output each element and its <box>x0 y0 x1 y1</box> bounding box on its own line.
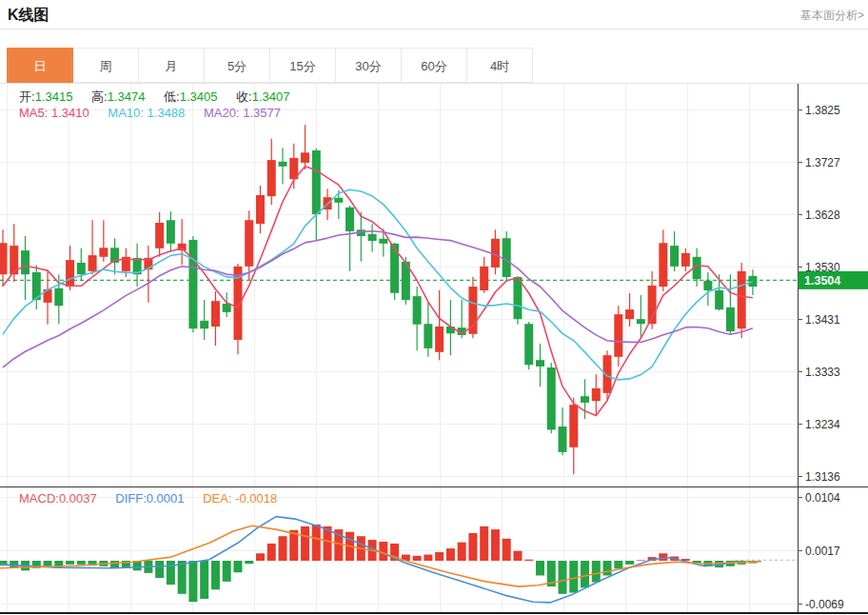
page-title: K线图 <box>8 6 49 26</box>
last-price-tag: 1.3504 <box>804 274 840 288</box>
kline-chart-canvas[interactable]: 1.38251.37271.36281.35301.34311.33331.32… <box>0 84 868 615</box>
title-divider <box>0 29 868 30</box>
ma10-label: MA10: <box>108 106 144 120</box>
svg-text:1.3333: 1.3333 <box>805 366 840 379</box>
macd-legend: MACD:0.0037 DIFF:0.0001 DEA: -0.0018 <box>19 491 292 506</box>
ma-legend: MA5: 1.3410 MA10: 1.3488 MA20: 1.3577 <box>19 106 296 120</box>
tab-15min[interactable]: 15分 <box>269 48 336 83</box>
kline-chart[interactable]: 1.38251.37271.36281.35301.34311.33331.32… <box>0 84 868 615</box>
close-value: 1.3407 <box>252 89 290 104</box>
ma5-label: MA5: <box>19 106 48 120</box>
ma5-value: 1.3410 <box>51 106 89 120</box>
ma20-label: MA20: <box>204 106 240 120</box>
open-value: 1.3415 <box>35 89 73 104</box>
svg-text:1.3431: 1.3431 <box>805 313 840 327</box>
low-label: 低: <box>164 89 180 104</box>
ma20-value: 1.3577 <box>243 106 281 120</box>
dea-value: -0.0018 <box>235 491 277 506</box>
svg-text:1.3628: 1.3628 <box>805 208 840 222</box>
svg-text:1.3825: 1.3825 <box>805 104 840 117</box>
ma10-value: 1.3488 <box>148 106 186 120</box>
tab-60min[interactable]: 60分 <box>401 48 467 83</box>
close-label: 收: <box>236 89 252 104</box>
svg-text:1.3234: 1.3234 <box>805 418 840 431</box>
tab-week[interactable]: 周 <box>72 48 139 83</box>
ohlc-legend: 开:1.3415 高:1.3474 低:1.3405 收:1.3407 <box>19 89 305 106</box>
svg-text:0.0104: 0.0104 <box>805 491 840 505</box>
svg-text:-0.0069: -0.0069 <box>805 598 844 611</box>
diff-value: 0.0001 <box>147 491 185 506</box>
svg-text:1.3136: 1.3136 <box>805 470 840 484</box>
macd-value: 0.0037 <box>59 491 97 506</box>
tab-5min[interactable]: 5分 <box>204 48 270 83</box>
high-value: 1.3474 <box>108 89 146 104</box>
fundamental-analysis-link[interactable]: 基本面分析> <box>800 8 864 24</box>
high-label: 高: <box>91 89 108 104</box>
tab-day[interactable]: 日 <box>7 48 73 83</box>
low-value: 1.3405 <box>180 89 218 104</box>
diff-label: DIFF: <box>115 491 147 506</box>
svg-text:0.0017: 0.0017 <box>805 545 840 558</box>
open-label: 开: <box>19 89 35 104</box>
svg-text:1.3727: 1.3727 <box>805 156 840 169</box>
dea-label: DEA: <box>203 491 231 506</box>
tab-4hour[interactable]: 4时 <box>466 48 533 83</box>
tab-month[interactable]: 月 <box>138 48 205 83</box>
tab-30min[interactable]: 30分 <box>335 48 402 83</box>
interval-tabbar: 日 周 月 5分 15分 30分 60分 4时 <box>8 48 533 83</box>
macd-label: MACD: <box>19 491 59 506</box>
